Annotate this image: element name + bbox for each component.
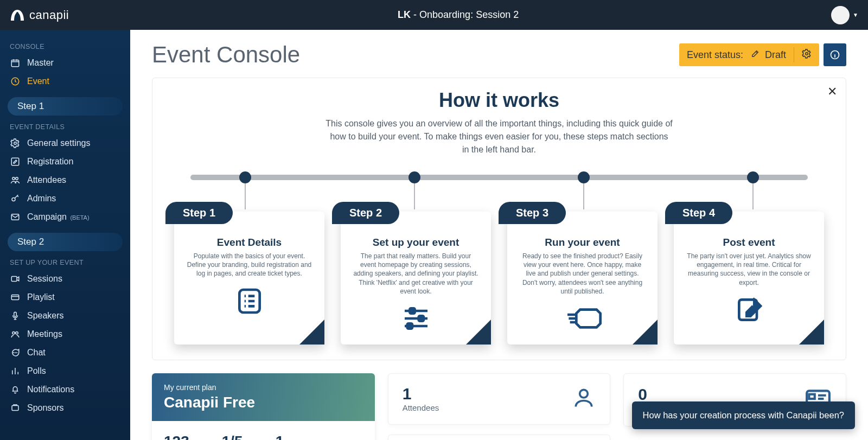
svg-rect-20 (410, 308, 414, 313)
sidebar-item-label: Speakers (27, 311, 64, 321)
avatar (831, 6, 850, 24)
plan-stat-2: 1/5 (222, 433, 243, 440)
sliders-icon (353, 303, 479, 334)
sidebar-item-label: Admins (27, 194, 56, 203)
step-title: Run your event (519, 237, 646, 248)
svg-rect-10 (14, 312, 17, 316)
sidebar-item-general-settings[interactable]: General settings (0, 134, 130, 152)
sidebar-item-label: General settings (27, 138, 91, 148)
meet-icon (10, 329, 21, 339)
sidebar-section-console: CONSOLE (0, 37, 130, 54)
sidebar-item-registration[interactable]: Registration (0, 152, 130, 171)
event-icon (10, 76, 21, 86)
step-card-2: Step 2 Set up your event The part that r… (341, 212, 491, 345)
step-desc: Populate with the basics of your event. … (186, 252, 312, 278)
video-icon (10, 274, 21, 284)
sidebar-item-sponsors[interactable]: Sponsors (0, 399, 130, 417)
sidebar-item-admins[interactable]: Admins (0, 189, 130, 208)
step-card-3: Step 3 Run your event Ready to see the f… (507, 212, 658, 345)
svg-rect-21 (418, 316, 423, 321)
svg-rect-9 (11, 295, 19, 300)
key-icon (10, 194, 21, 203)
step-tab: Step 1 (165, 202, 233, 224)
chevron-down-icon: ▼ (853, 12, 858, 18)
context-prefix: LK (398, 9, 411, 20)
event-status-pill[interactable]: Event status: Draft (679, 43, 819, 66)
sponsor-icon (10, 403, 21, 413)
sidebar-step2-pill[interactable]: Step 2 (8, 233, 123, 251)
sidebar-item-playlist[interactable]: Playlist (0, 288, 130, 307)
timeline-dot (747, 171, 759, 183)
sidebar-item-label: Polls (27, 366, 46, 376)
step-card-1: Step 1 Event Details Populate with the b… (174, 212, 324, 345)
sidebar-item-chat[interactable]: Chat (0, 343, 130, 362)
run-icon (519, 303, 646, 334)
feedback-prompt[interactable]: How has your creation process with Canap… (632, 401, 855, 429)
sidebar-item-label: Meetings (27, 329, 62, 339)
status-value: Draft (765, 49, 786, 61)
mail-icon (10, 212, 21, 222)
sidebar-item-event[interactable]: Event (0, 72, 130, 91)
timeline-dot (239, 171, 251, 183)
sidebar-item-meetings[interactable]: Meetings (0, 325, 130, 343)
sidebar-item-label: Sessions (27, 274, 62, 284)
gear-icon (10, 138, 21, 148)
sidebar-item-label: Event (27, 76, 49, 86)
svg-rect-16 (12, 406, 18, 411)
user-menu[interactable]: ▼ (831, 6, 858, 24)
polls-icon (10, 366, 21, 376)
step-title: Set up your event (353, 237, 479, 248)
brand[interactable]: canapii (10, 8, 69, 22)
sidebar: CONSOLE Master Event Step 1 EVENT DETAIL… (0, 30, 130, 440)
sidebar-item-polls[interactable]: Polls (0, 362, 130, 380)
sidebar-item-sessions[interactable]: Sessions (0, 270, 130, 288)
plan-card: My current plan Canapii Free 123 1/5 1 (152, 373, 375, 440)
chat-icon (10, 348, 21, 358)
stat-value: 0 (638, 386, 663, 403)
note-edit-icon (686, 295, 812, 325)
how-it-works-card: ✕ How it works This console gives you an… (152, 78, 846, 360)
timeline-dot (578, 171, 590, 183)
pencil-icon (751, 49, 760, 61)
step-desc: The part that really matters. Build your… (353, 252, 479, 296)
gear-icon[interactable] (802, 49, 812, 61)
svg-rect-28 (809, 394, 814, 399)
sidebar-item-label: Notifications (27, 385, 74, 394)
step-tab: Step 4 (665, 202, 732, 224)
step-desc: The party isn't over just yet. Analytics… (686, 252, 812, 287)
edit-icon (10, 157, 21, 167)
page-title: Event Console (152, 42, 300, 68)
brand-icon (10, 9, 25, 22)
top-bar: canapii LK - Onboarding: Session 2 ▼ (0, 0, 868, 30)
sidebar-item-campaign[interactable]: Campaign (BETA) (0, 208, 130, 226)
step-title: Event Details (186, 237, 312, 248)
svg-point-14 (15, 353, 16, 353)
context-rest: - Onboarding: Session 2 (411, 9, 519, 20)
svg-point-5 (16, 177, 18, 180)
timeline-dot (409, 171, 420, 183)
sidebar-item-label: Playlist (27, 292, 55, 302)
sidebar-item-label: Attendees (27, 175, 66, 185)
svg-point-17 (806, 52, 808, 55)
hiw-subtitle: This console gives you an overview of al… (326, 117, 673, 156)
sidebar-item-master[interactable]: Master (0, 54, 130, 72)
stat-value: 1 (403, 386, 439, 402)
svg-point-12 (16, 332, 18, 335)
feedback-text: How has your creation process with Canap… (643, 410, 844, 420)
svg-point-2 (14, 142, 17, 145)
step-card-4: Step 4 Post event The party isn't over j… (674, 212, 824, 345)
beta-badge: (BETA) (70, 214, 89, 221)
sidebar-item-attendees[interactable]: Attendees (0, 171, 130, 189)
svg-point-11 (12, 332, 15, 335)
sidebar-item-speakers[interactable]: Speakers (0, 307, 130, 325)
sidebar-step1-pill[interactable]: Step 1 (8, 97, 123, 116)
list-icon (186, 286, 312, 316)
svg-point-6 (12, 198, 15, 201)
sidebar-section-event-details: EVENT DETAILS (0, 118, 130, 134)
sidebar-item-notifications[interactable]: Notifications (0, 380, 130, 399)
close-icon[interactable]: ✕ (827, 85, 837, 99)
info-button[interactable] (824, 43, 846, 66)
sidebar-item-label: Campaign (BETA) (27, 212, 90, 222)
svg-point-15 (17, 353, 17, 353)
sidebar-item-label: Chat (27, 348, 46, 358)
